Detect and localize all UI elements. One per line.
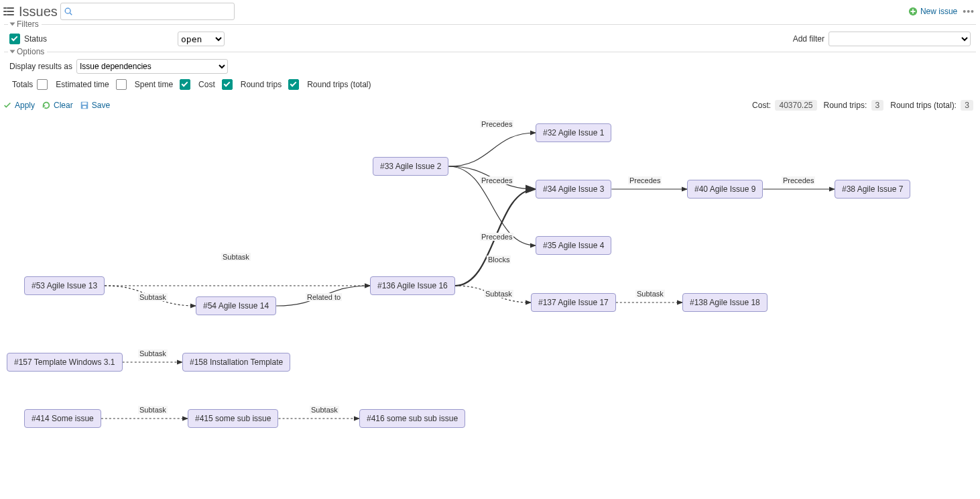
dependency-graph: #33 Agile Issue 2#32 Agile Issue 1#34 Ag… [0, 114, 980, 469]
add-filter-label: Add filter [793, 34, 824, 44]
issue-node[interactable]: #38 Agile Issue 7 [835, 180, 910, 199]
edge-label: Precedes [782, 176, 815, 184]
issue-node[interactable]: #158 Installation Template [182, 353, 290, 372]
more-actions[interactable]: ••• [961, 6, 976, 17]
clear-button[interactable]: Clear [42, 101, 73, 110]
edge-label: Precedes [480, 176, 513, 184]
edge-label: Subtask [138, 406, 168, 414]
search-box[interactable] [60, 3, 235, 20]
svg-rect-4 [82, 103, 86, 105]
totals-cost-checkbox[interactable] [180, 79, 190, 90]
issue-node[interactable]: #157 Template Windows 3.1 [7, 353, 123, 372]
edge-label: Precedes [480, 233, 513, 241]
options-legend[interactable]: Options [8, 47, 47, 56]
issue-node[interactable]: #416 some sub sub issue [359, 409, 465, 428]
edge-label: Subtask [484, 290, 513, 298]
issue-node[interactable]: #136 Agile Issue 16 [370, 276, 455, 295]
status-filter-label: Status [24, 34, 47, 44]
edge-label: Subtask [138, 293, 168, 301]
totals-round-trips-checkbox[interactable] [222, 79, 233, 90]
status-filter-checkbox[interactable] [9, 34, 20, 44]
filters-legend[interactable]: Filters [8, 19, 42, 29]
edge-label: Subtask [635, 290, 665, 298]
issue-node[interactable]: #40 Agile Issue 9 [687, 180, 763, 199]
issue-node[interactable]: #138 Agile Issue 18 [682, 293, 768, 312]
check-icon [3, 101, 12, 110]
issue-node[interactable]: #32 Agile Issue 1 [536, 123, 611, 142]
display-results-label: Display results as [9, 62, 72, 71]
svg-line-1 [70, 13, 72, 15]
totals-round-trips-total-checkbox[interactable] [288, 79, 299, 90]
page-title-text: Issues [19, 4, 58, 19]
totals-spent-time-checkbox[interactable] [116, 79, 127, 90]
issue-node[interactable]: #33 Agile Issue 2 [373, 157, 448, 176]
add-filter-select[interactable] [829, 32, 971, 46]
display-results-select[interactable]: Issue dependencies [76, 59, 228, 74]
totals-round-trips: Round trips: 3 [824, 101, 884, 110]
edge-label: Related to [306, 293, 342, 301]
svg-point-0 [65, 8, 70, 13]
issue-node[interactable]: #34 Agile Issue 3 [536, 180, 611, 199]
search-input[interactable] [73, 6, 231, 17]
totals-round-trips-total: Round trips (total): 3 [890, 101, 973, 110]
issue-node[interactable]: #414 Some issue [24, 409, 101, 428]
issue-node[interactable]: #137 Agile Issue 17 [531, 293, 616, 312]
reload-icon [42, 101, 51, 110]
edge-label: Subtask [310, 406, 339, 414]
new-issue-link[interactable]: New issue [908, 7, 957, 16]
totals-estimated-time-checkbox[interactable] [37, 79, 48, 90]
issue-node[interactable]: #415 some sub issue [188, 409, 278, 428]
edge-label: Blocks [487, 256, 511, 264]
save-button[interactable]: Save [80, 101, 110, 110]
edge-label: Precedes [628, 176, 662, 184]
svg-rect-5 [82, 106, 86, 109]
apply-button[interactable]: Apply [3, 101, 35, 110]
issue-node[interactable]: #35 Agile Issue 4 [536, 236, 611, 255]
edge-label: Subtask [138, 349, 168, 357]
plus-icon [908, 7, 918, 16]
page-title: Issues [3, 4, 58, 19]
status-filter-select[interactable]: open [178, 32, 225, 46]
disk-icon [80, 101, 89, 110]
totals-cost: Cost: 40370.25 [752, 101, 816, 110]
totals-label: Totals [12, 80, 33, 89]
issues-icon [3, 5, 15, 17]
edge-label: Precedes [480, 120, 513, 128]
edge-label: Subtask [221, 253, 251, 261]
issue-node[interactable]: #53 Agile Issue 13 [24, 276, 105, 295]
issue-node[interactable]: #54 Agile Issue 14 [196, 296, 276, 315]
search-icon [64, 7, 73, 16]
